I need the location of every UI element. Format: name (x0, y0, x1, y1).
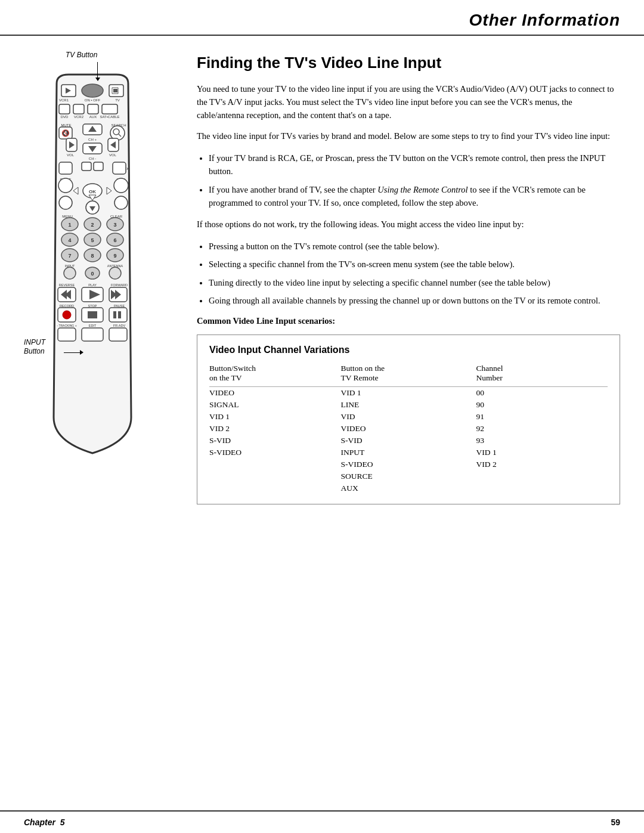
table-cell: VIDEO (340, 423, 476, 435)
table-title: Video Input Channel Variations (209, 345, 608, 355)
svg-text:CH +: CH + (88, 138, 97, 141)
table-header-col2: Button on theTV Remote (340, 364, 476, 387)
table-cell: 92 (476, 423, 608, 435)
footer-page-number: 59 (611, 817, 620, 827)
table-cell (209, 459, 340, 470)
svg-text:VOL: VOL (109, 153, 117, 157)
bullet-item: Selecting a specific channel from the TV… (209, 258, 620, 271)
svg-rect-106 (82, 328, 103, 341)
svg-point-2 (82, 84, 103, 97)
svg-text:0: 0 (91, 271, 94, 277)
svg-text:2: 2 (91, 222, 94, 228)
table-cell: VID 1 (209, 411, 340, 423)
svg-rect-36 (82, 162, 91, 171)
svg-text:CH -: CH - (89, 157, 96, 160)
svg-text:VOL: VOL (67, 153, 75, 157)
table-cell: VIDEO (209, 386, 340, 399)
svg-text:ON • OFF: ON • OFF (85, 98, 101, 102)
bullet-list-1: If your TV brand is RCA, GE, or Proscan,… (209, 151, 620, 210)
table-row: VIDEO VID 1 00 (209, 386, 608, 399)
body-paragraph-2: The video line input for TVs varies by b… (197, 130, 620, 143)
table-cell (476, 482, 608, 494)
svg-text:STOP: STOP (88, 304, 97, 308)
table-row: AUX (209, 482, 608, 494)
bullet-item: If you have another brand of TV, see the… (209, 183, 620, 210)
right-column: Finding the TV's Video Line Input You ne… (179, 36, 644, 811)
svg-text:REVERSE: REVERSE (59, 283, 75, 287)
svg-rect-37 (94, 162, 103, 171)
svg-rect-9 (59, 104, 70, 114)
bullet-list-2: Pressing a button on the TV's remote con… (209, 240, 620, 308)
svg-rect-12 (102, 104, 117, 114)
table-row: SOURCE (209, 470, 608, 482)
svg-point-44 (58, 178, 73, 193)
svg-text:SAT•CABLE: SAT•CABLE (100, 115, 120, 119)
main-content: TV Button INPUT Button (0, 36, 644, 811)
table-row: S-VIDEO INPUT VID 1 (209, 447, 608, 459)
svg-text:6: 6 (113, 237, 116, 243)
table-cell: S-VIDEO (340, 459, 476, 470)
table-row: S-VID S-VID 93 (209, 435, 608, 447)
svg-text:🔇: 🔇 (61, 129, 70, 137)
svg-text:EDIT: EDIT (89, 324, 97, 327)
svg-rect-41 (113, 162, 126, 174)
tv-button-arrow-line (97, 62, 98, 79)
common-heading: Common Video Line Input scenarios: (197, 316, 620, 326)
svg-text:TV: TV (115, 98, 120, 102)
svg-text:VCR2: VCR2 (74, 115, 84, 119)
input-button-arrowhead (80, 350, 83, 355)
table-cell: VID 1 (340, 386, 476, 399)
table-header-col3: ChannelNumber (476, 364, 608, 387)
svg-point-51 (59, 196, 72, 209)
table-cell: VID 2 (209, 423, 340, 435)
svg-text:- TRACKING +: - TRACKING + (57, 324, 76, 327)
svg-rect-10 (73, 104, 84, 114)
table-cell: VID 1 (476, 447, 608, 459)
table-cell: 90 (476, 399, 608, 411)
svg-text:VCR1: VCR1 (59, 98, 69, 102)
input-table: Button/Switchon the TV Button on theTV R… (209, 364, 608, 494)
table-cell: AUX (340, 482, 476, 494)
svg-text:1: 1 (68, 222, 71, 228)
page-footer: Chapter 5 59 (0, 810, 644, 833)
remote-container: TV Button INPUT Button (33, 72, 152, 465)
bullet-item: Going through all available channels by … (209, 294, 620, 307)
svg-text:PLAY: PLAY (88, 283, 97, 287)
table-cell: SOURCE (340, 470, 476, 482)
svg-text:MUTE: MUTE (61, 123, 72, 127)
left-column: TV Button INPUT Button (0, 36, 179, 811)
svg-rect-98 (88, 311, 97, 318)
svg-text:PAUSE: PAUSE (114, 304, 125, 308)
svg-text:3: 3 (113, 222, 116, 228)
table-cell: S-VID (340, 435, 476, 447)
table-cell: 93 (476, 435, 608, 447)
svg-point-96 (63, 311, 71, 319)
svg-text:8: 8 (91, 253, 94, 259)
svg-text:5: 5 (91, 237, 94, 243)
svg-text:7: 7 (68, 253, 71, 259)
table-cell: VID (340, 411, 476, 423)
svg-text:FR.ADV: FR.ADV (113, 324, 126, 327)
table-row: S-VIDEO VID 2 (209, 459, 608, 470)
table-row: VID 1 VID 91 (209, 411, 608, 423)
svg-point-80 (109, 267, 121, 279)
table-cell (209, 470, 340, 482)
footer-chapter: Chapter 5 (24, 817, 65, 827)
svg-text:4: 4 (68, 237, 71, 243)
table-cell: INPUT (340, 447, 476, 459)
table-cell: SIGNAL (209, 399, 340, 411)
header-title: Other Information (469, 11, 620, 30)
table-cell: VID 2 (476, 459, 608, 470)
video-input-table-box: Video Input Channel Variations Button/Sw… (197, 335, 620, 504)
table-cell: 00 (476, 386, 608, 399)
svg-rect-11 (88, 104, 98, 114)
svg-marker-5 (113, 89, 117, 92)
svg-rect-107 (109, 328, 127, 341)
table-cell: LINE (340, 399, 476, 411)
bullet-item: If your TV brand is RCA, GE, or Proscan,… (209, 151, 620, 178)
input-button-label: INPUT Button (24, 338, 45, 357)
svg-text:AUX: AUX (89, 115, 97, 119)
svg-rect-40 (59, 162, 72, 174)
table-cell: S-VID (209, 435, 340, 447)
svg-point-47 (114, 178, 128, 193)
